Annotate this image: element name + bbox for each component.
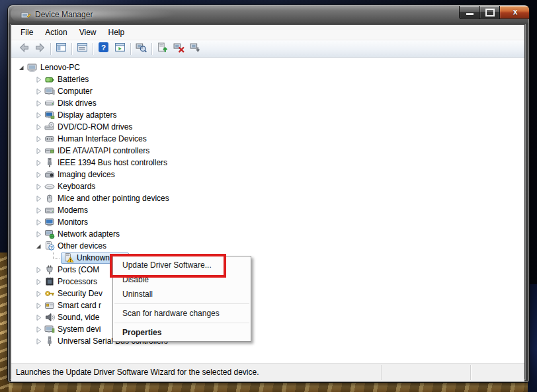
hid-icon	[44, 134, 55, 144]
expand-arrow-icon[interactable]	[34, 87, 43, 96]
expand-arrow-icon[interactable]	[34, 182, 43, 191]
menu-item-view[interactable]: View	[73, 26, 103, 38]
expand-arrow-icon[interactable]	[34, 206, 43, 215]
action-pane-button[interactable]	[112, 42, 128, 56]
tree-item-ports-com[interactable]: Ports (COM	[11, 264, 524, 276]
close-button[interactable]: x	[500, 6, 529, 19]
menu-item-file[interactable]: File	[15, 26, 39, 38]
tree-item-label: Lenovo-PC	[40, 63, 80, 72]
context-menu-item-properties[interactable]: Properties	[113, 325, 251, 340]
tree-item-label: Keyboards	[58, 182, 95, 191]
collapse-arrow-icon[interactable]	[34, 241, 43, 251]
toolbar-separator	[93, 43, 93, 55]
expand-arrow-icon[interactable]	[34, 325, 43, 334]
tree-item-imaging-devices[interactable]: Imaging devices	[11, 169, 524, 180]
scan-hardware-button[interactable]	[133, 42, 149, 56]
toolbar-separator	[50, 43, 51, 55]
expand-arrow-icon[interactable]	[34, 277, 43, 286]
toolbar-separator	[71, 43, 72, 55]
expand-arrow-icon[interactable]	[34, 146, 43, 155]
tree-item-disk-drives[interactable]: Disk drives	[11, 97, 524, 109]
tree-item-mice-and-other-pointing-devices[interactable]: Mice and other pointing devices	[11, 192, 524, 204]
show-console-tree-icon	[56, 42, 67, 56]
battery-icon	[44, 74, 55, 85]
expand-arrow-icon[interactable]	[34, 313, 43, 322]
tree-item-label: Monitors	[58, 217, 88, 227]
menu-item-help[interactable]: Help	[103, 26, 131, 38]
tree-item-dvd-cd-rom-drives[interactable]: DVD/CD-ROM drives	[11, 121, 524, 133]
expand-arrow-icon[interactable]	[34, 110, 43, 120]
expand-arrow-icon[interactable]	[34, 289, 43, 298]
properties-button[interactable]	[74, 42, 91, 56]
expand-arrow-icon[interactable]	[34, 336, 43, 346]
expand-arrow-icon[interactable]	[34, 265, 43, 274]
maximize-button[interactable]	[480, 6, 500, 19]
tree-item-security-dev[interactable]: Security Dev	[11, 288, 524, 299]
context-menu-item-update-driver-software[interactable]: Update Driver Software...	[113, 258, 251, 272]
status-bar: Launches the Update Driver Software Wiza…	[11, 363, 524, 381]
svg-text:?: ?	[50, 245, 54, 251]
mouse-icon	[44, 193, 55, 204]
expand-arrow-icon[interactable]	[34, 229, 43, 239]
disable-device-button[interactable]	[171, 42, 187, 56]
tree-item-universal-serial-bus-controllers[interactable]: Universal Serial Bus controllers	[11, 335, 524, 347]
tree-item-network-adapters[interactable]: Network adapters	[11, 228, 524, 240]
disable-device-icon	[173, 42, 185, 56]
expand-arrow-icon[interactable]	[34, 194, 43, 203]
context-menu-separator	[114, 323, 249, 323]
menu-item-action[interactable]: Action	[39, 26, 73, 38]
tree-item-batteries[interactable]: Batteries	[11, 73, 524, 85]
expand-arrow-icon[interactable]	[34, 75, 43, 84]
ide-controller-icon	[44, 145, 55, 156]
forward-arrow-button[interactable]	[32, 42, 48, 56]
expand-arrow-icon[interactable]	[34, 217, 43, 227]
tree-item-label: Security Dev	[58, 289, 103, 298]
uninstall-device-button[interactable]	[187, 42, 204, 56]
expand-arrow-icon[interactable]	[34, 98, 43, 108]
tree-item-label: IDE ATA/ATAPI controllers	[58, 146, 149, 155]
tree-item-human-interface-devices[interactable]: Human Interface Devices	[11, 133, 524, 145]
tree-item-computer[interactable]: Computer	[11, 85, 524, 97]
tree-item-unknown[interactable]: Unknown	[11, 252, 524, 264]
back-arrow-button[interactable]	[15, 42, 32, 56]
help-icon: ?	[98, 42, 109, 56]
expand-arrow-icon[interactable]	[34, 301, 43, 310]
context-menu-item-uninstall[interactable]: Uninstall	[113, 287, 251, 301]
expand-arrow-icon[interactable]	[34, 170, 43, 179]
tree-item-processors[interactable]: Processors	[11, 276, 524, 288]
help-button[interactable]: ?	[95, 42, 112, 56]
tree-item-smart-card-r[interactable]: Smart card r	[11, 299, 524, 311]
tree-item-other-devices[interactable]: ?Other devices	[11, 240, 524, 252]
tree-item-monitors[interactable]: Monitors	[11, 216, 524, 228]
tree-item-label: Processors	[58, 277, 97, 286]
dvd-drive-icon	[44, 122, 55, 132]
tree-item-ide-ata-atapi-controllers[interactable]: IDE ATA/ATAPI controllers	[11, 145, 524, 157]
tree-item-label: Ports (COM	[58, 265, 99, 274]
expand-arrow-icon[interactable]	[34, 158, 43, 167]
tree-item-lenovo-pc[interactable]: Lenovo-PC	[11, 61, 524, 73]
collapse-arrow-icon[interactable]	[17, 63, 26, 72]
context-menu-item-disable[interactable]: Disable	[113, 272, 251, 287]
tree-item-modems[interactable]: Modems	[11, 204, 524, 216]
tree-item-sound-vide[interactable]: Sound, vide	[11, 311, 524, 323]
toolbar-separator	[130, 43, 131, 55]
device-tree: Lenovo-PCBatteriesComputerDisk drivesDis…	[11, 58, 524, 363]
device-manager-icon	[21, 10, 31, 20]
maximize-icon	[485, 9, 495, 17]
show-console-tree-button[interactable]	[53, 42, 69, 56]
expand-arrow-icon[interactable]	[34, 122, 43, 132]
minimize-button[interactable]	[459, 6, 480, 19]
tree-item-keyboards[interactable]: Keyboards	[11, 180, 524, 192]
tree-item-system-devi[interactable]: System devi	[11, 323, 524, 335]
context-menu-item-scan-for-hardware-changes[interactable]: Scan for hardware changes	[113, 306, 251, 321]
usb-controller-icon	[44, 336, 55, 346]
firewire-icon	[44, 157, 55, 168]
security-device-icon	[44, 288, 55, 299]
tree-item-display-adapters[interactable]: Display adapters	[11, 109, 524, 121]
smart-card-icon	[44, 300, 55, 311]
expand-arrow-icon[interactable]	[34, 134, 43, 143]
tree-item-label: Batteries	[58, 75, 89, 84]
tree-item-ieee-1394-bus-host-controllers[interactable]: IEEE 1394 Bus host controllers	[11, 157, 524, 169]
title-bar[interactable]: Device Manager x	[8, 5, 529, 24]
update-driver-button[interactable]	[154, 42, 171, 56]
